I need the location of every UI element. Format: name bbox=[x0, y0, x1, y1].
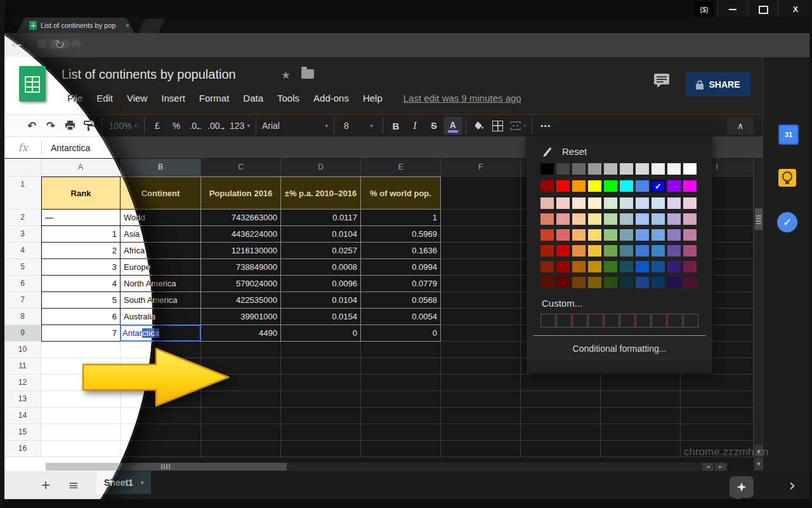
cell-I15[interactable] bbox=[681, 424, 754, 441]
cell-B15[interactable] bbox=[121, 424, 201, 441]
color-swatch-f6b26b[interactable] bbox=[572, 229, 586, 241]
color-swatch-ea9999[interactable] bbox=[556, 213, 570, 225]
cell-A15[interactable] bbox=[41, 424, 121, 441]
fill-color-button[interactable] bbox=[469, 117, 488, 135]
color-swatch-fff2cc[interactable] bbox=[588, 197, 601, 209]
color-swatch-b4a7d6[interactable] bbox=[667, 213, 681, 225]
move-folder-icon[interactable] bbox=[301, 69, 314, 79]
cell-B16[interactable] bbox=[121, 441, 201, 457]
format-currency-button[interactable]: £ bbox=[148, 117, 167, 135]
row-header-1[interactable]: 1 bbox=[4, 177, 41, 210]
cell-E12[interactable] bbox=[361, 375, 441, 391]
row-header-2[interactable]: 2 bbox=[4, 210, 41, 226]
menu-tools[interactable]: Tools bbox=[270, 89, 306, 107]
cell-E1[interactable]: % of world pop. bbox=[361, 177, 441, 210]
cell-F15[interactable] bbox=[441, 424, 521, 441]
color-swatch-d9ead3[interactable] bbox=[604, 197, 617, 209]
cell-G12[interactable] bbox=[521, 375, 601, 391]
borders-button[interactable] bbox=[488, 117, 508, 135]
color-swatch-6aa84f[interactable] bbox=[604, 245, 617, 257]
print-button[interactable] bbox=[60, 117, 79, 135]
cell-I12[interactable] bbox=[681, 375, 754, 391]
color-swatch-0c343d[interactable] bbox=[620, 277, 633, 288]
row-header-8[interactable]: 8 bbox=[4, 309, 41, 325]
color-swatch-cc4125[interactable] bbox=[540, 229, 554, 241]
color-swatch-3d85c6[interactable] bbox=[652, 245, 665, 257]
color-swatch-7f6000[interactable] bbox=[588, 277, 601, 288]
row-header-4[interactable]: 4 bbox=[4, 243, 41, 259]
scroll-down-icon[interactable]: ▼ bbox=[755, 458, 763, 470]
cell-I13[interactable] bbox=[681, 391, 754, 408]
color-swatch-6fa8dc[interactable] bbox=[652, 229, 665, 241]
color-swatch-a4c2f4[interactable] bbox=[636, 213, 649, 225]
color-swatch-0b5394[interactable] bbox=[652, 261, 665, 272]
cell-C5[interactable]: 738849000 bbox=[201, 259, 281, 276]
color-swatch-ffe599[interactable] bbox=[588, 213, 601, 225]
menu-format[interactable]: Format bbox=[192, 89, 237, 107]
cell-C8[interactable]: 39901000 bbox=[201, 309, 281, 325]
color-swatch-4c1130[interactable] bbox=[683, 277, 697, 288]
color-swatch-a64d79[interactable] bbox=[683, 245, 697, 257]
cell-H14[interactable] bbox=[601, 408, 681, 424]
strikethrough-button[interactable]: S bbox=[424, 117, 443, 135]
cell-F4[interactable] bbox=[441, 243, 521, 259]
row-header-15[interactable]: 15 bbox=[4, 424, 41, 441]
cell-G14[interactable] bbox=[521, 408, 601, 424]
cell-D8[interactable]: 0.0154 bbox=[281, 309, 361, 325]
cell-D15[interactable] bbox=[281, 424, 361, 441]
row-header-5[interactable]: 5 bbox=[4, 259, 41, 276]
color-swatch-134f5c[interactable] bbox=[620, 261, 633, 272]
column-header-E[interactable]: E bbox=[361, 159, 441, 177]
color-swatch-434343[interactable] bbox=[556, 163, 570, 175]
document-title[interactable]: List of continents by population bbox=[62, 67, 236, 82]
hide-menus-button[interactable]: ∧ bbox=[727, 117, 754, 135]
column-header-D[interactable]: D bbox=[281, 159, 361, 177]
paint-format-button[interactable] bbox=[79, 117, 98, 135]
color-swatch-a2c4c9[interactable] bbox=[620, 213, 633, 225]
cell-C16[interactable] bbox=[201, 441, 281, 457]
cell-E15[interactable] bbox=[361, 424, 441, 441]
cell-B9[interactable]: Antarctica bbox=[121, 325, 201, 342]
menu-help[interactable]: Help bbox=[356, 89, 390, 107]
custom-color-slot[interactable] bbox=[652, 314, 667, 328]
color-swatch-3c78d8[interactable] bbox=[636, 245, 649, 257]
sheet-tab-sheet1[interactable]: Sheet1 ▾ bbox=[96, 471, 151, 494]
scroll-left-icon[interactable]: ◄ bbox=[702, 463, 714, 471]
color-swatch-9fc5e8[interactable] bbox=[652, 213, 665, 225]
back-button[interactable]: ← bbox=[11, 37, 22, 52]
cell-A5[interactable]: 3 bbox=[41, 259, 121, 276]
color-swatch-00ff00[interactable] bbox=[604, 180, 617, 192]
color-swatch-cc0000[interactable] bbox=[556, 245, 570, 257]
tab-close-icon[interactable]: × bbox=[126, 22, 129, 29]
cell-F13[interactable] bbox=[441, 391, 521, 408]
cell-H16[interactable] bbox=[601, 441, 681, 457]
cell-D9[interactable]: 0 bbox=[281, 325, 361, 342]
color-swatch-cfe2f3[interactable] bbox=[652, 197, 665, 209]
browser-tab[interactable]: List of continents by pop × bbox=[16, 18, 134, 33]
cell-A9[interactable]: 7 bbox=[41, 325, 121, 342]
collapse-side-panel-icon[interactable]: › bbox=[780, 472, 805, 498]
cell-B3[interactable]: Asia bbox=[121, 226, 201, 243]
color-swatch-674ea7[interactable] bbox=[667, 245, 681, 257]
select-all-corner[interactable] bbox=[4, 159, 41, 177]
new-tab-button[interactable] bbox=[138, 19, 165, 33]
row-header-16[interactable]: 16 bbox=[4, 441, 41, 457]
color-swatch-76a5af[interactable] bbox=[620, 229, 633, 241]
cell-F5[interactable] bbox=[441, 259, 521, 276]
color-swatch-1c4587[interactable] bbox=[636, 277, 649, 288]
color-swatch-6d9eeb[interactable] bbox=[636, 229, 649, 241]
cell-E9[interactable]: 0 bbox=[361, 325, 441, 342]
cell-C3[interactable]: 4436224000 bbox=[201, 226, 281, 243]
cell-D2[interactable]: 0.0117 bbox=[281, 210, 361, 226]
cell-D6[interactable]: 0.0096 bbox=[281, 276, 361, 292]
custom-color-item[interactable]: Custom... bbox=[527, 293, 712, 314]
cell-B7[interactable]: South America bbox=[121, 292, 201, 309]
cell-E6[interactable]: 0.0779 bbox=[361, 276, 441, 292]
zoom-select[interactable]: 100%▾ bbox=[105, 117, 141, 135]
color-swatch-351c75[interactable] bbox=[667, 261, 681, 272]
font-size-select[interactable]: 8▾ bbox=[337, 117, 379, 135]
decrease-decimal-button[interactable]: .0← bbox=[186, 117, 205, 135]
custom-color-slot[interactable] bbox=[636, 314, 651, 328]
merge-cells-button[interactable]: ▾ bbox=[508, 117, 529, 135]
custom-color-slot[interactable] bbox=[667, 314, 683, 328]
